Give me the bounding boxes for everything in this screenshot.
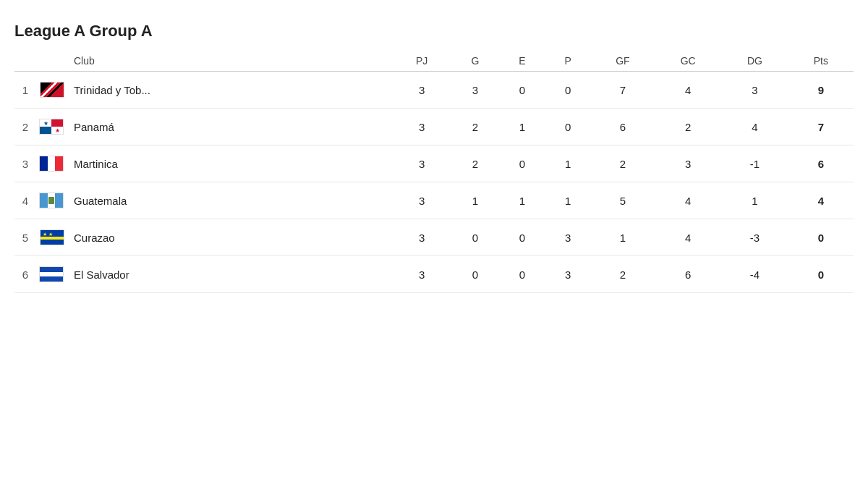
row-club-name: Martinica <box>68 145 393 182</box>
row-pj: 3 <box>393 219 451 256</box>
page-title: League A Group A <box>14 22 854 41</box>
row-dg: 4 <box>721 109 788 145</box>
row-e: 0 <box>499 256 545 293</box>
row-position: 5 <box>14 219 36 256</box>
row-gc: 4 <box>655 219 721 256</box>
row-position: 6 <box>14 256 36 293</box>
standings-table: Club PJ G E P GF GC DG Pts 1 Trinidad y … <box>14 51 854 293</box>
row-pts: 0 <box>788 219 854 256</box>
row-flag <box>36 72 68 109</box>
row-gc: 4 <box>655 182 721 219</box>
row-club-name: El Salvador <box>68 256 393 293</box>
col-e: E <box>499 51 545 72</box>
row-pj: 3 <box>393 72 451 109</box>
row-dg: 3 <box>721 72 788 109</box>
row-e: 0 <box>499 219 545 256</box>
row-pj: 3 <box>393 145 451 182</box>
row-p: 0 <box>545 72 591 109</box>
row-gf: 1 <box>591 219 655 256</box>
row-dg: -1 <box>721 145 788 182</box>
row-flag <box>36 219 68 256</box>
row-pj: 3 <box>393 109 451 145</box>
row-pts: 4 <box>788 182 854 219</box>
row-pts: 6 <box>788 145 854 182</box>
row-g: 0 <box>451 219 499 256</box>
row-e: 0 <box>499 72 545 109</box>
row-e: 0 <box>499 145 545 182</box>
row-pts: 7 <box>788 109 854 145</box>
row-g: 2 <box>451 145 499 182</box>
row-p: 0 <box>545 109 591 145</box>
row-p: 3 <box>545 256 591 293</box>
row-position: 1 <box>14 72 36 109</box>
row-gc: 2 <box>655 109 721 145</box>
row-g: 3 <box>451 72 499 109</box>
row-flag <box>36 182 68 219</box>
col-g: G <box>451 51 499 72</box>
col-gc: GC <box>655 51 721 72</box>
table-row: 1 Trinidad y Tob... 3 3 0 0 7 4 3 9 <box>14 72 854 109</box>
col-pj: PJ <box>393 51 451 72</box>
table-row: 5 Curazao 3 0 0 3 1 4 -3 0 <box>14 219 854 256</box>
row-pts: 9 <box>788 72 854 109</box>
row-pj: 3 <box>393 182 451 219</box>
table-row: 4 Guatemala 3 1 1 1 5 4 1 4 <box>14 182 854 219</box>
col-dg: DG <box>721 51 788 72</box>
row-gf: 7 <box>591 72 655 109</box>
row-p: 1 <box>545 182 591 219</box>
table-row: 2 Panamá 3 2 1 0 6 2 4 7 <box>14 109 854 145</box>
row-dg: -3 <box>721 219 788 256</box>
row-flag <box>36 109 68 145</box>
row-gc: 4 <box>655 72 721 109</box>
row-gf: 2 <box>591 145 655 182</box>
row-gc: 6 <box>655 256 721 293</box>
table-row: 3 Martinica 3 2 0 1 2 3 -1 6 <box>14 145 854 182</box>
col-pts: Pts <box>788 51 854 72</box>
row-pj: 3 <box>393 256 451 293</box>
row-pts: 0 <box>788 256 854 293</box>
row-club-name: Curazao <box>68 219 393 256</box>
col-p: P <box>545 51 591 72</box>
row-dg: 1 <box>721 182 788 219</box>
row-flag <box>36 145 68 182</box>
row-position: 3 <box>14 145 36 182</box>
row-e: 1 <box>499 182 545 219</box>
row-p: 1 <box>545 145 591 182</box>
row-gf: 2 <box>591 256 655 293</box>
row-flag <box>36 256 68 293</box>
row-g: 0 <box>451 256 499 293</box>
row-club-name: Guatemala <box>68 182 393 219</box>
row-position: 2 <box>14 109 36 145</box>
table-row: 6 El Salvador 3 0 0 3 2 6 -4 0 <box>14 256 854 293</box>
row-position: 4 <box>14 182 36 219</box>
row-g: 1 <box>451 182 499 219</box>
row-e: 1 <box>499 109 545 145</box>
row-gf: 5 <box>591 182 655 219</box>
row-dg: -4 <box>721 256 788 293</box>
row-gc: 3 <box>655 145 721 182</box>
row-g: 2 <box>451 109 499 145</box>
row-gf: 6 <box>591 109 655 145</box>
row-club-name: Panamá <box>68 109 393 145</box>
col-gf: GF <box>591 51 655 72</box>
col-club: Club <box>68 51 393 72</box>
row-p: 3 <box>545 219 591 256</box>
row-club-name: Trinidad y Tob... <box>68 72 393 109</box>
